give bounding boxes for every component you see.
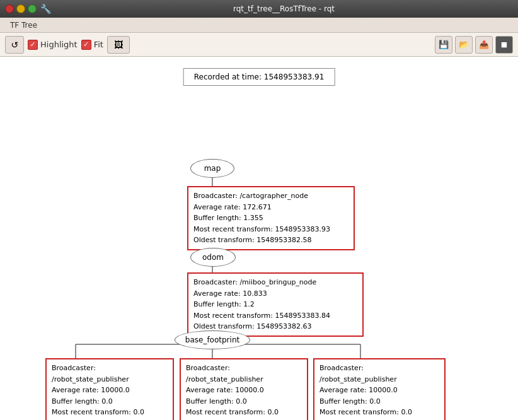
fit-checkbox[interactable]: ✓ Fit [81, 40, 103, 50]
info-buffer-1: Buffer length: 1.355 [193, 213, 348, 224]
info-broadcaster-1: Broadcaster: /cartographer_node [193, 190, 348, 202]
load-button[interactable]: 📂 [455, 36, 473, 54]
info-box-base-imu: Broadcaster: /robot_state_publisher Aver… [45, 358, 174, 420]
refresh-button[interactable]: ↺ [5, 36, 24, 54]
top-right-buttons: 💾 📂 📤 ■ [435, 36, 513, 54]
info-broadcaster-bl: Broadcaster: /robot_state_publisher [186, 363, 302, 385]
export-button[interactable]: 📤 [475, 36, 493, 54]
info-buffer-laser: Buffer length: 0.0 [319, 396, 439, 407]
maximize-button[interactable] [28, 4, 37, 13]
minimize-button[interactable] [16, 4, 25, 13]
window-title: rqt_tf_tree__RosTfTree - rqt [55, 4, 513, 13]
window-controls[interactable] [5, 4, 37, 13]
node-map-label: map [204, 164, 221, 173]
info-buffer-bl: Buffer length: 0.0 [186, 396, 302, 407]
fit-check-icon: ✓ [81, 40, 91, 50]
info-recent-bl: Most recent transform: 0.0 [186, 407, 302, 418]
node-odom-label: odom [202, 253, 224, 262]
info-avgrate-bl: Average rate: 10000.0 [186, 385, 302, 396]
node-base-footprint[interactable]: base_footprint [175, 330, 250, 349]
info-box-map-odom: Broadcaster: /cartographer_node Average … [187, 186, 355, 250]
info-avgrate-imu: Average rate: 10000.0 [52, 385, 168, 396]
title-bar: 🔧 rqt_tf_tree__RosTfTree - rqt [0, 0, 518, 18]
info-recent-laser: Most recent transform: 0.0 [319, 407, 439, 418]
info-box-base-laser: Broadcaster: /robot_state_publisher Aver… [313, 358, 446, 420]
screenshot-icon: 🖼 [114, 40, 123, 50]
load-icon: 📂 [459, 40, 469, 49]
recorded-time-box: Recorded at time: 1548953383.91 [183, 68, 335, 86]
info-buffer-imu: Buffer length: 0.0 [52, 396, 168, 407]
fit-label: Fit [94, 40, 103, 49]
info-broadcaster-imu: Broadcaster: /robot_state_publisher [52, 363, 168, 385]
stop-icon: ■ [501, 40, 507, 49]
info-broadcaster-2: Broadcaster: /miiboo_bringup_node [193, 277, 357, 288]
main-content: Recorded at time: 1548953383.91 map Broa… [0, 57, 518, 420]
highlight-checkbox[interactable]: ✓ Highlight [28, 40, 78, 50]
toolbar: ↺ ✓ Highlight ✓ Fit 🖼 💾 📂 📤 ■ [0, 33, 518, 57]
info-box-base-link: Broadcaster: /robot_state_publisher Aver… [180, 358, 308, 420]
node-map[interactable]: map [190, 159, 234, 178]
info-avgrate-2: Average rate: 10.833 [193, 288, 357, 300]
save-icon: 💾 [439, 40, 449, 49]
refresh-icon: ↺ [11, 40, 18, 50]
node-odom[interactable]: odom [190, 248, 236, 267]
info-broadcaster-laser: Broadcaster: /robot_state_publisher [319, 363, 439, 385]
recorded-time-text: Recorded at time: 1548953383.91 [194, 73, 325, 81]
node-base-footprint-label: base_footprint [185, 335, 239, 344]
highlight-label: Highlight [40, 40, 78, 49]
info-recent-1: Most recent transform: 1548953383.93 [193, 224, 348, 235]
info-recent-2: Most recent transform: 1548953383.84 [193, 310, 357, 322]
save-button[interactable]: 💾 [435, 36, 452, 54]
info-avgrate-1: Average rate: 172.671 [193, 202, 348, 213]
stop-button[interactable]: ■ [495, 36, 513, 54]
close-button[interactable] [5, 4, 14, 13]
info-recent-imu: Most recent transform: 0.0 [52, 407, 168, 418]
info-oldest-1: Oldest transform: 1548953382.58 [193, 235, 348, 246]
info-buffer-2: Buffer length: 1.2 [193, 299, 357, 310]
info-box-odom-base: Broadcaster: /miiboo_bringup_node Averag… [187, 272, 364, 337]
window-icon: 🔧 [40, 4, 51, 14]
screenshot-button[interactable]: 🖼 [107, 36, 130, 54]
highlight-check-icon: ✓ [28, 40, 38, 50]
info-avgrate-laser: Average rate: 10000.0 [319, 385, 439, 396]
menu-tf-tree[interactable]: TF Tree [5, 20, 42, 31]
menu-bar: TF Tree [0, 18, 518, 33]
export-icon: 📤 [479, 40, 489, 49]
